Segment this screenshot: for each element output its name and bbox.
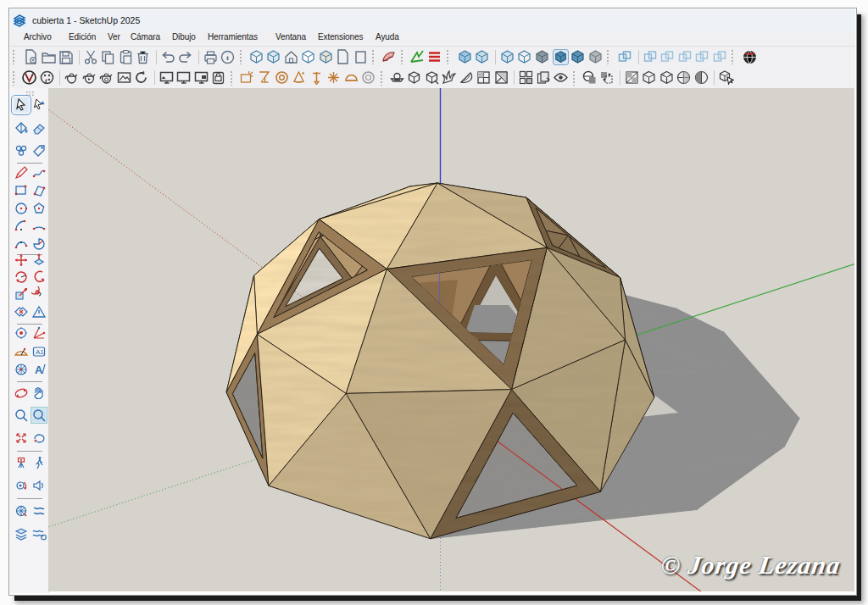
svg-text:A1: A1 [36,348,44,356]
svg-text:A: A [35,364,43,376]
